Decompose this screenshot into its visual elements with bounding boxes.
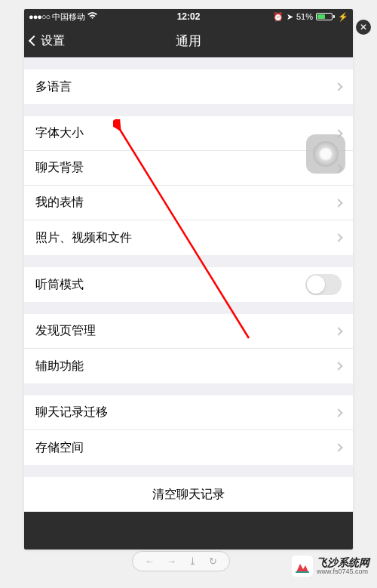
prev-icon[interactable]: ←	[145, 556, 155, 567]
watermark-logo-icon	[292, 556, 313, 577]
row-label: 字体大小	[35, 125, 84, 141]
nav-bar: 设置 通用	[24, 24, 353, 57]
row-label: 照片、视频和文件	[35, 230, 132, 246]
assistive-touch[interactable]	[306, 134, 345, 174]
battery-icon	[316, 13, 335, 20]
chevron-right-icon	[334, 362, 342, 370]
row-multilang[interactable]: 多语言	[24, 69, 353, 104]
watermark: 飞沙系统网 www.fs0745.com	[292, 556, 369, 577]
next-icon[interactable]: →	[167, 556, 176, 567]
alarm-icon: ⏰	[273, 12, 284, 22]
row-label: 辅助功能	[35, 359, 84, 374]
row-media[interactable]: 照片、视频和文件	[24, 220, 353, 255]
back-button[interactable]: 设置	[30, 33, 65, 49]
chevron-right-icon	[334, 233, 342, 242]
row-label: 我的表情	[35, 195, 84, 211]
close-icon: ✕	[360, 22, 367, 32]
chevron-right-icon	[334, 82, 342, 91]
row-label: 多语言	[35, 79, 72, 95]
row-label: 聊天背景	[35, 160, 84, 176]
assistive-touch-icon	[313, 141, 339, 167]
row-label: 听筒模式	[35, 277, 84, 293]
close-button[interactable]: ✕	[356, 20, 371, 35]
location-icon: ➤	[287, 12, 293, 22]
back-label: 设置	[41, 33, 65, 49]
row-chatbg[interactable]: 聊天背景	[24, 151, 353, 186]
row-label: 存储空间	[35, 440, 84, 456]
row-label: 发现页管理	[35, 323, 96, 339]
chevron-left-icon	[29, 35, 39, 46]
row-migrate[interactable]: 聊天记录迁移	[24, 396, 353, 430]
row-earmode[interactable]: 听筒模式	[24, 267, 353, 302]
clock: 12:02	[177, 11, 201, 22]
row-accessibility[interactable]: 辅助功能	[24, 349, 353, 383]
row-clear-chat[interactable]: 清空聊天记录	[24, 477, 353, 512]
carrier-label: 中国移动	[52, 11, 85, 23]
row-label: 清空聊天记录	[152, 487, 225, 503]
earmode-toggle[interactable]	[305, 274, 342, 295]
signal-dots: ●●●○○	[29, 12, 50, 21]
download-icon[interactable]: ⤓	[188, 556, 197, 567]
row-storage[interactable]: 存储空间	[24, 430, 353, 465]
chevron-right-icon	[334, 199, 342, 207]
chevron-right-icon	[334, 408, 342, 417]
wifi-icon	[87, 12, 97, 21]
refresh-icon[interactable]: ↻	[209, 556, 217, 567]
phone-footer	[24, 512, 353, 550]
row-stickers[interactable]: 我的表情	[24, 186, 353, 220]
row-fontsize[interactable]: 字体大小	[24, 116, 353, 151]
watermark-url: www.fs0745.com	[317, 568, 369, 575]
row-label: 聊天记录迁移	[35, 405, 108, 420]
row-discover[interactable]: 发现页管理	[24, 314, 353, 349]
status-bar: ●●●○○ 中国移动 12:02 ⏰ ➤ 51% ⚡	[24, 9, 353, 24]
image-toolbar: ← → ⤓ ↻	[132, 551, 230, 571]
chevron-right-icon	[334, 443, 342, 451]
phone-frame: ●●●○○ 中国移动 12:02 ⏰ ➤ 51% ⚡ 设置	[24, 9, 353, 550]
battery-percent: 51%	[296, 12, 313, 21]
chevron-right-icon	[334, 327, 342, 335]
watermark-title: 飞沙系统网	[317, 557, 369, 568]
charging-icon: ⚡	[338, 12, 348, 22]
page-title: 通用	[176, 32, 201, 50]
